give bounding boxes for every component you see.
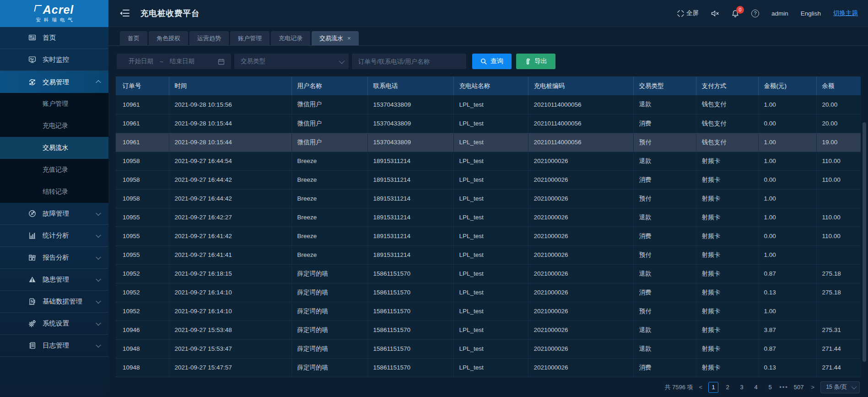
tab-label: 运营趋势 xyxy=(197,34,221,43)
column-header: 用户名称 xyxy=(291,76,367,95)
table-row[interactable]: 109482021-09-27 15:47:57薛定谔的喵15861151570… xyxy=(116,358,861,377)
table-row[interactable]: 109582021-09-27 16:44:42Breeze1891531121… xyxy=(116,189,861,208)
table-row[interactable]: 109612021-09-28 10:15:44微信用户15370433809L… xyxy=(116,114,861,133)
tab-交易流水[interactable]: 交易流水× xyxy=(312,31,359,45)
sidebar-item-8[interactable]: 系统设置 xyxy=(0,313,108,335)
table-row[interactable]: 109522021-09-27 16:14:10薛定谔的喵15861151570… xyxy=(116,302,861,321)
sidebar-item-2[interactable]: 交易管理 xyxy=(0,71,108,93)
mute-button[interactable] xyxy=(711,10,719,17)
table-row[interactable]: 109582021-09-27 16:44:54Breeze1891531121… xyxy=(116,152,861,170)
submenu-item[interactable]: 账户管理 xyxy=(0,93,108,115)
sidebar-item-label: 隐患管理 xyxy=(43,275,69,284)
page-size-select[interactable]: 15 条/页 xyxy=(820,381,860,393)
notifications-button[interactable]: 0 xyxy=(732,10,739,17)
search-input[interactable] xyxy=(352,54,466,69)
table-cell: 射频卡 xyxy=(696,321,758,339)
chevron-down-icon xyxy=(339,58,345,64)
username[interactable]: admin xyxy=(771,10,788,17)
table-cell: LPL_test xyxy=(453,152,528,170)
logo-mark-icon xyxy=(34,5,42,11)
table-cell: 15370433809 xyxy=(367,95,453,114)
tab-label: 角色授权 xyxy=(156,34,180,43)
page-number-2[interactable]: 2 xyxy=(722,382,733,393)
language-switch[interactable]: English xyxy=(801,10,821,17)
table-cell: 10958 xyxy=(116,152,169,170)
table-cell: Breeze xyxy=(291,245,367,264)
submenu-item[interactable]: 充值记录 xyxy=(0,159,108,181)
query-label: 查询 xyxy=(491,57,503,65)
sidebar-item-0[interactable]: 首页 xyxy=(0,27,108,49)
next-page-button[interactable]: > xyxy=(809,384,817,391)
table-cell: 2021-09-27 16:41:42 xyxy=(169,227,291,245)
sidebar-item-label: 日志管理 xyxy=(43,341,69,350)
table-cell: 2021000026 xyxy=(528,321,633,339)
close-tab-icon[interactable]: × xyxy=(347,35,351,42)
sidebar-item-5[interactable]: 报告分析 xyxy=(0,247,108,269)
logo-subtitle: 安科瑞电气 xyxy=(32,17,76,23)
monitor-icon xyxy=(28,56,36,64)
table-cell: 10961 xyxy=(116,133,169,152)
submenu-item[interactable]: 充电记录 xyxy=(0,115,108,137)
table-row[interactable]: 109552021-09-27 16:41:41Breeze1891531121… xyxy=(116,245,861,264)
table-cell: 1.00 xyxy=(758,245,816,264)
sidebar-item-4[interactable]: 统计分析 xyxy=(0,225,108,247)
table-row[interactable]: 109582021-09-27 16:44:42Breeze1891531121… xyxy=(116,170,861,189)
table-cell: 消费 xyxy=(633,114,696,133)
table-row[interactable]: 109612021-09-28 10:15:44微信用户15370433809L… xyxy=(116,133,861,152)
export-button[interactable]: 导出 xyxy=(516,54,555,69)
sidebar-item-label: 系统设置 xyxy=(43,319,69,328)
table-cell: 1.00 xyxy=(758,302,816,321)
tab-充电记录[interactable]: 充电记录 xyxy=(271,31,310,45)
page-number-507[interactable]: 507 xyxy=(793,382,805,393)
table-row[interactable]: 109522021-09-27 16:18:15薛定谔的喵15861151570… xyxy=(116,264,861,283)
topbar: 充电桩收费平台 全屏 0 ? admin English 切换主题 xyxy=(108,0,868,27)
submenu-item[interactable]: 结转记录 xyxy=(0,181,108,203)
transaction-type-select[interactable]: 交易类型 xyxy=(234,54,349,69)
tab-运营趋势[interactable]: 运营趋势 xyxy=(189,31,229,45)
submenu-item[interactable]: 交易流水 xyxy=(0,137,108,159)
sidebar-item-7[interactable]: 基础数据管理 xyxy=(0,291,108,313)
page-number-5[interactable]: 5 xyxy=(765,382,775,393)
table-cell: 10946 xyxy=(116,321,169,339)
help-button[interactable]: ? xyxy=(751,10,759,17)
logo-brand: Acrel xyxy=(43,4,74,16)
table-row[interactable]: 109482021-09-27 15:53:47薛定谔的喵15861151570… xyxy=(116,339,861,358)
table-row[interactable]: 109462021-09-27 15:53:48薛定谔的喵15861151570… xyxy=(116,321,861,339)
date-range-picker[interactable]: 开始日期 ~ 结束日期 xyxy=(117,54,231,69)
table-cell: 微信用户 xyxy=(291,95,367,114)
sidebar-item-label: 报告分析 xyxy=(43,253,69,262)
chevron-down-icon xyxy=(96,342,101,347)
collapse-sidebar-icon[interactable] xyxy=(120,10,129,17)
table-scrollbar[interactable] xyxy=(863,122,866,362)
tab-首页[interactable]: 首页 xyxy=(120,31,147,45)
table-cell: 射频卡 xyxy=(696,302,758,321)
page-ellipsis[interactable]: ••• xyxy=(779,384,788,391)
table-cell: 0.00 xyxy=(758,170,816,189)
page-size-label: 15 条/页 xyxy=(826,383,847,391)
table-row[interactable]: 109522021-09-27 16:14:10薛定谔的喵15861151570… xyxy=(116,283,861,302)
page-number-3[interactable]: 3 xyxy=(737,382,747,393)
sidebar-item-3[interactable]: 故障管理 xyxy=(0,203,108,225)
date-start-placeholder: 开始日期 xyxy=(129,57,153,65)
tab-角色授权[interactable]: 角色授权 xyxy=(149,31,188,45)
table-cell: 110.00 xyxy=(816,170,861,189)
sidebar-item-6[interactable]: 隐患管理 xyxy=(0,269,108,291)
sidebar-item-1[interactable]: 实时监控 xyxy=(0,49,108,71)
table-row[interactable]: 109612021-09-28 10:15:56微信用户15370433809L… xyxy=(116,95,861,114)
table-cell: 退款 xyxy=(633,95,696,114)
date-separator: ~ xyxy=(160,58,163,65)
table-cell: 275.18 xyxy=(816,283,861,302)
table-cell: 射频卡 xyxy=(696,189,758,208)
prev-page-button[interactable]: < xyxy=(697,384,705,391)
table-cell: 3.87 xyxy=(758,321,816,339)
table-row[interactable]: 109552021-09-27 16:41:42Breeze1891531121… xyxy=(116,227,861,245)
paperclip-icon xyxy=(524,58,531,65)
page-number-4[interactable]: 4 xyxy=(751,382,761,393)
query-button[interactable]: 查询 xyxy=(472,54,512,69)
page-number-1[interactable]: 1 xyxy=(708,382,718,393)
fullscreen-button[interactable]: 全屏 xyxy=(677,9,699,17)
tab-账户管理[interactable]: 账户管理 xyxy=(230,31,270,45)
sidebar-item-9[interactable]: 日志管理 xyxy=(0,335,108,357)
table-row[interactable]: 109552021-09-27 16:42:27Breeze1891531121… xyxy=(116,208,861,227)
theme-toggle-link[interactable]: 切换主题 xyxy=(833,9,858,17)
